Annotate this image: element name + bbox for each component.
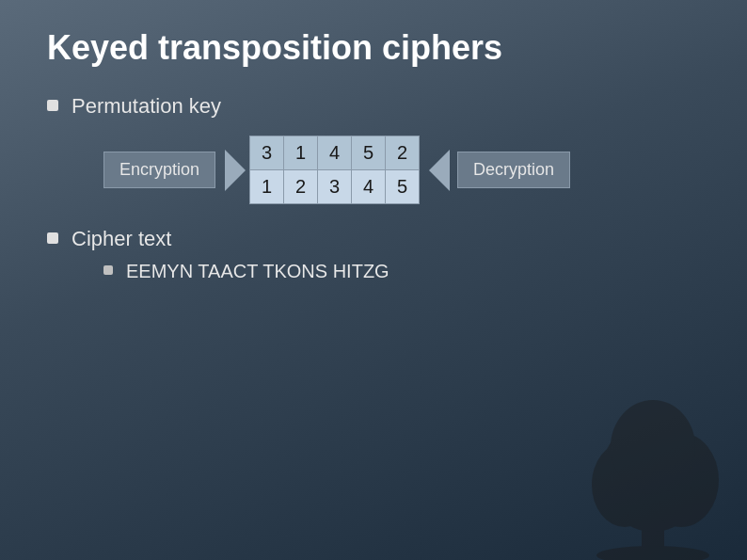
cell-r2c1: 1 — [250, 170, 284, 204]
cell-r2c2: 2 — [284, 170, 318, 204]
table-row-top: 3 1 4 5 2 — [250, 136, 420, 170]
cell-r2c4: 4 — [352, 170, 386, 204]
cell-r1c5: 2 — [386, 136, 420, 170]
svg-point-4 — [611, 400, 695, 494]
cell-r2c5: 5 — [386, 170, 420, 204]
tree-silhouette-icon — [559, 372, 747, 560]
permutation-key-label: Permutation key — [72, 94, 221, 119]
bullet-icon-1 — [47, 100, 58, 111]
key-area: Encryption 3 1 4 5 2 1 2 3 4 5 Decryptio… — [103, 136, 700, 204]
cell-r1c4: 5 — [352, 136, 386, 170]
cell-r1c2: 1 — [284, 136, 318, 170]
arrow-right-icon — [225, 150, 246, 191]
cipher-text-value: EEMYN TAACT TKONS HITZG — [126, 261, 389, 282]
cell-r1c3: 4 — [318, 136, 352, 170]
table-row-bottom: 1 2 3 4 5 — [250, 170, 420, 204]
sub-bullet-icon — [103, 265, 113, 275]
arrow-left-icon — [429, 150, 450, 191]
decryption-label: Decryption — [457, 152, 570, 188]
page-title: Keyed transposition ciphers — [47, 28, 700, 68]
svg-point-5 — [596, 546, 709, 560]
cell-r1c1: 3 — [250, 136, 284, 170]
permutation-key-section: Permutation key — [47, 94, 700, 119]
cell-r2c3: 3 — [318, 170, 352, 204]
bullet-icon-2 — [47, 232, 58, 244]
cipher-text-section: Cipher text — [47, 227, 700, 251]
encryption-label: Encryption — [103, 152, 215, 188]
cipher-text-label: Cipher text — [72, 227, 171, 251]
permutation-table: 3 1 4 5 2 1 2 3 4 5 — [249, 136, 420, 204]
cipher-text-value-row: EEMYN TAACT TKONS HITZG — [103, 261, 700, 282]
